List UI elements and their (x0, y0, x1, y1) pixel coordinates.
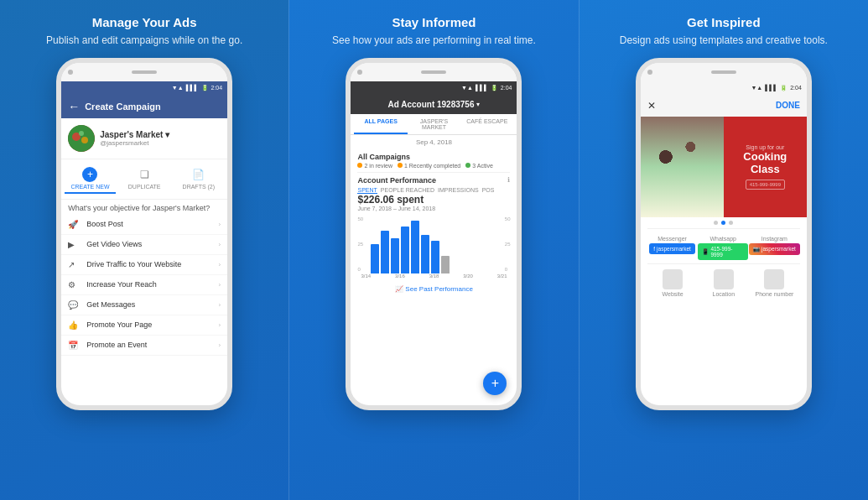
bar-3 (391, 238, 399, 273)
create-new-button[interactable]: + CREATE NEW (65, 164, 116, 194)
completed-text: 1 Recently completed (404, 163, 460, 169)
y-label-0: 0 (357, 267, 363, 272)
completed-dot (398, 163, 403, 168)
event-icon: 📅 (68, 341, 81, 350)
menu-item-reach[interactable]: ⚙ Increase Your Reach › (61, 275, 227, 295)
svg-point-2 (81, 137, 88, 143)
active-dot (465, 163, 470, 168)
wifi-icon: ▼▲ (172, 85, 184, 91)
phone-2-content: Ad Account 19283756 ▾ ALL PAGES JASPER'S… (351, 95, 517, 405)
profile-info: Jasper's Market ▾ @jaspersmarket (100, 130, 169, 147)
panel-2-title: Stay Informed (392, 15, 476, 29)
dot-3 (729, 221, 733, 225)
jaspers-market-profile[interactable]: Jasper's Market ▾ @jaspersmarket (61, 118, 227, 159)
panel-1-subtitle: Publish and edit campaigns while on the … (46, 34, 242, 48)
performance-chart: 50 25 0 50 (357, 215, 510, 273)
y-label-right-0: 0 (505, 267, 511, 272)
panel-3-subtitle: Design ads using templates and creative … (620, 34, 828, 48)
review-dot (357, 163, 362, 168)
messenger-button[interactable]: f jaspersmarket (649, 243, 695, 254)
signal-icon-2: ▌▌▌ (476, 85, 488, 91)
dropdown-arrow-icon[interactable]: ▾ (476, 101, 480, 108)
see-past-performance[interactable]: 📈 See Past Performance (351, 282, 517, 296)
promote-icon: 👍 (68, 320, 81, 330)
profile-name: Jasper's Market ▾ (100, 130, 169, 139)
objective-prompt: What's your objective for Jasper's Marke… (61, 200, 227, 215)
svg-point-0 (68, 125, 95, 152)
camera-icon-3 (647, 70, 652, 75)
performance-section: Account Performance ℹ SPENT PEOPLE REACH… (351, 173, 517, 282)
camera-icon-2 (357, 70, 362, 75)
food-image (641, 117, 724, 217)
y-label-25: 25 (357, 242, 363, 247)
tab-all-pages[interactable]: ALL PAGES (354, 114, 407, 134)
bar-5 (411, 221, 419, 273)
location-item[interactable]: Location (698, 269, 749, 297)
y-label-50: 50 (357, 216, 363, 221)
bar-4 (401, 227, 409, 273)
done-button[interactable]: DONE (776, 101, 800, 110)
status-icons-2: ▼▲ ▌▌▌ 🔋 2:04 (461, 85, 512, 91)
panel-2-subtitle: See how your ads are performing in real … (332, 34, 536, 48)
svg-point-3 (79, 131, 84, 136)
fab-button[interactable]: + (483, 372, 507, 395)
phone-3-content: ✕ DONE Sign up for our Cooking Class 415… (641, 95, 807, 405)
website-item[interactable]: Website (647, 269, 699, 297)
dot-2 (721, 221, 725, 225)
reach-icon: ⚙ (68, 280, 81, 289)
status-bar-3: ▼▲ ▌▌▌ 🔋 2:04 (641, 81, 807, 95)
tab-people-reached[interactable]: PEOPLE REACHED (381, 187, 434, 194)
messenger-label: Messenger (657, 236, 687, 242)
tab-jaspers-market[interactable]: JASPER'S MARKET (408, 114, 460, 134)
bar-2 (381, 231, 389, 273)
phone-item[interactable]: Phone number (749, 269, 800, 297)
close-button[interactable]: ✕ (647, 100, 656, 112)
menu-item-event[interactable]: 📅 Promote an Event › (61, 336, 227, 356)
performance-tabs: SPENT PEOPLE REACHED IMPRESSIONS POS (357, 187, 510, 194)
plus-icon: + (82, 167, 97, 182)
tab-pos[interactable]: POS (482, 187, 495, 194)
phone-3: ▼▲ ▌▌▌ 🔋 2:04 ✕ DONE Sign up for our Coo… (636, 58, 812, 410)
drafts-button[interactable]: 📄 DRAFTS (2) (174, 164, 225, 194)
back-icon[interactable]: ← (68, 100, 80, 113)
tab-impressions[interactable]: IMPRESSIONS (438, 187, 479, 194)
amount-spent: $226.06 spent (357, 194, 510, 206)
menu-item-traffic[interactable]: ↗ Drive Traffic to Your Website › (61, 255, 227, 275)
campaigns-section: All Campaigns 2 in review 1 Recently com… (351, 149, 517, 172)
chevron-right-icon: › (218, 301, 221, 309)
tab-spent[interactable]: SPENT (357, 187, 377, 194)
chevron-right-icon: › (218, 321, 221, 329)
battery-icon-2: 🔋 (491, 85, 498, 91)
camera-icon (68, 70, 73, 75)
wifi-icon-3: ▼▲ (751, 85, 762, 91)
ad-main-text: Cooking Class (730, 150, 800, 176)
info-icon: ℹ (507, 176, 510, 184)
bar-1 (371, 244, 379, 273)
bars-container (361, 215, 507, 273)
x-label-318: 3/18 (429, 273, 439, 279)
menu-item-messages[interactable]: 💬 Get Messages › (61, 295, 227, 315)
instagram-button[interactable]: 📷 jaspersmarket (749, 243, 800, 255)
bar-7 (431, 241, 439, 273)
campaigns-title: All Campaigns (357, 153, 510, 161)
menu-item-video[interactable]: ▶ Get Video Views › (61, 235, 227, 255)
menu-item-boost[interactable]: 🚀 Boost Post › (61, 215, 227, 235)
time-2: 2:04 (501, 85, 512, 91)
signal-icon-3: ▌▌▌ (765, 85, 777, 91)
chart-x-labels: 3/14 3/16 3/18 3/20 3/21 (357, 273, 510, 279)
phone-label: Phone number (756, 291, 794, 297)
x-label-316: 3/16 (395, 273, 405, 279)
menu-item-promote-page[interactable]: 👍 Promote Your Page › (61, 315, 227, 336)
duplicate-button[interactable]: ❏ DUPLICATE (119, 164, 170, 194)
panel-3-title: Get Inspired (687, 15, 761, 29)
ad-account-header: Ad Account 19283756 ▾ (351, 95, 517, 114)
perf-header: Account Performance ℹ (357, 176, 510, 185)
profile-handle: @jaspersmarket (100, 139, 169, 147)
bar-8 (441, 256, 450, 273)
tab-cafe-escape[interactable]: CAFÉ ESCAPE (460, 114, 513, 134)
ad-food-photo (641, 117, 724, 217)
date-range: June 7, 2018 – June 14, 2018 (357, 206, 510, 211)
phone-3-top (641, 63, 807, 81)
ad-account-title: Ad Account 19283756 (387, 100, 474, 109)
whatsapp-button[interactable]: 📱 415-999-9999 (698, 243, 748, 260)
